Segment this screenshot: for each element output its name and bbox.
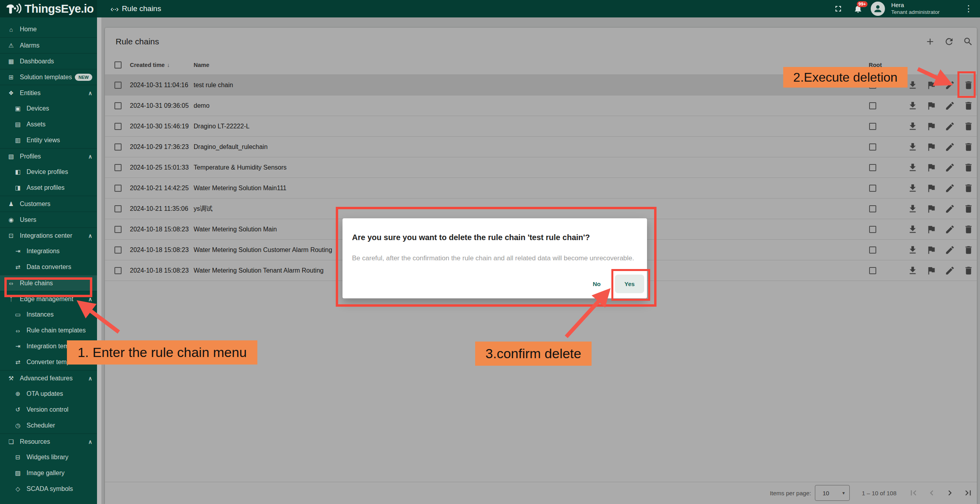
top-bar: ThingsEye.io ‹··› Rule chains 99+ Hera T… <box>0 0 980 17</box>
sidebar-scrollbar[interactable] <box>97 17 101 504</box>
sidebar-item-ota-updates[interactable]: ⊕ OTA updates <box>0 386 97 402</box>
sidebar-item-label: Solution templates <box>20 74 72 81</box>
sidebar-item-label: Customers <box>20 200 50 208</box>
sidebar-item-widgets-library[interactable]: ⊟ Widgets library <box>0 449 97 465</box>
sidebar-item-image-gallery[interactable]: ▨ Image gallery <box>0 465 97 481</box>
sidebar-item-integrations-center[interactable]: ⊡ Integrations center ∧ <box>0 227 97 243</box>
sidebar-item-dashboards[interactable]: ▦ Dashboards <box>0 53 97 69</box>
sidebar-item-label: Assets <box>27 121 46 128</box>
sidebar-item-icon: ⌂ <box>6 26 15 33</box>
sidebar-item-label: Alarms <box>20 42 40 49</box>
notifications-bell-icon[interactable]: 99+ <box>851 2 865 16</box>
logo[interactable]: ThingsEye.io <box>0 0 97 17</box>
sidebar-item-users[interactable]: ◉ Users <box>0 212 97 227</box>
sidebar-item-devices[interactable]: ▣ Devices <box>0 101 97 116</box>
sidebar-item-assets[interactable]: ▤ Assets <box>0 116 97 132</box>
sidebar-item-scheduler[interactable]: ◷ Scheduler <box>0 418 97 433</box>
sidebar-item-label: Scheduler <box>27 422 55 429</box>
sidebar-item-label: SCADA symbols <box>27 485 73 493</box>
sidebar-item-icon: ⇥ <box>13 248 22 255</box>
logo-text: ThingsEye.io <box>25 2 93 15</box>
sidebar-item-customers[interactable]: ♟ Customers <box>0 196 97 212</box>
sidebar-item-icon: ❖ <box>6 90 15 97</box>
sidebar-item-icon: ⊞ <box>6 74 15 81</box>
sidebar-item-icon: ‹·› <box>6 280 15 286</box>
sidebar-item-instances[interactable]: ▭ Instances <box>0 307 97 323</box>
avatar[interactable] <box>871 2 885 16</box>
chevron-up-icon: ∧ <box>88 439 92 445</box>
sidebar-item-label: Integrations center <box>20 232 72 239</box>
sidebar-item-label: Advanced features <box>20 375 72 382</box>
annotation-step2: 2.Execute deletion <box>783 67 908 88</box>
sidebar-item-resources[interactable]: ❏ Resources ∧ <box>0 433 97 449</box>
sidebar-item-icon: ᛉ <box>6 296 15 302</box>
sidebar-item-icon: ♟ <box>6 200 15 208</box>
logo-icon <box>6 2 21 15</box>
chevron-up-icon: ∧ <box>88 90 92 96</box>
sidebar-item-data-converters[interactable]: ⇄ Data converters <box>0 259 97 275</box>
sidebar-item-rule-chain-templates[interactable]: ‹·› Rule chain templates <box>0 323 97 338</box>
sidebar-item-label: Dashboards <box>20 58 54 65</box>
sidebar-item-icon: ⇄ <box>13 359 22 366</box>
sidebar-item-icon: ▣ <box>13 105 22 112</box>
sidebar-item-icon: ⚠ <box>6 42 15 49</box>
sidebar-item-label: Resources <box>20 438 50 445</box>
yes-button[interactable]: Yes <box>615 275 644 293</box>
sidebar-item-icon: ⚒ <box>6 375 15 382</box>
sidebar-item-label: Image gallery <box>27 470 65 477</box>
sidebar-item-integrations[interactable]: ⇥ Integrations <box>0 243 97 259</box>
sidebar-item-label: Profiles <box>20 153 41 160</box>
sidebar-item-icon: ⊟ <box>13 454 22 461</box>
sidebar-item-scada-symbols[interactable]: ◇ SCADA symbols <box>0 481 97 497</box>
sidebar-item-label: Rule chain templates <box>27 327 86 334</box>
sidebar-item-rule-chains[interactable]: ‹·› Rule chains <box>0 275 97 291</box>
annotation-step3: 3.confirm delete <box>475 342 592 366</box>
sidebar-item-entity-views[interactable]: ▥ Entity views <box>0 132 97 148</box>
sidebar-item-icon: ◨ <box>13 184 22 191</box>
sidebar-item-icon: ⇥ <box>13 343 22 350</box>
chevron-up-icon: ∧ <box>88 375 92 382</box>
sidebar-item-asset-profiles[interactable]: ◨ Asset profiles <box>0 180 97 196</box>
sidebar-item-icon: ❏ <box>6 438 15 445</box>
sidebar-item-device-profiles[interactable]: ◧ Device profiles <box>0 164 97 180</box>
user-role: Tenant administrator <box>891 9 940 16</box>
user-info[interactable]: Hera Tenant administrator <box>891 2 940 16</box>
sidebar-item-home[interactable]: ⌂ Home <box>0 21 97 37</box>
sidebar-item-label: Data converters <box>27 263 71 271</box>
dialog-title: Are you sure you want to delete the rule… <box>352 233 590 242</box>
sidebar-item-label: Integrations <box>27 248 60 255</box>
sidebar-item-label: Rule chains <box>20 280 53 287</box>
sidebar-item-icon: ⊡ <box>6 232 15 239</box>
sidebar-nav: ⌂ Home ⚠ Alarms ▦ Dashboards ⊞ Solution … <box>0 17 97 504</box>
no-button[interactable]: No <box>587 277 606 291</box>
sidebar-item-profiles[interactable]: ▧ Profiles ∧ <box>0 148 97 164</box>
sidebar-item-edge-management[interactable]: ᛉ Edge management ∧ <box>0 291 97 307</box>
notification-badge: 99+ <box>857 1 868 7</box>
sidebar-item-advanced-features[interactable]: ⚒ Advanced features ∧ <box>0 370 97 386</box>
sidebar-item-icon: ▥ <box>13 137 22 144</box>
sidebar-item-icon: ▦ <box>6 58 15 65</box>
sidebar-item-solution-templates[interactable]: ⊞ Solution templates NEW <box>0 69 97 85</box>
chevron-up-icon: ∧ <box>88 233 92 239</box>
sidebar-item-icon: ◧ <box>13 168 22 176</box>
kebab-menu-icon[interactable]: ⋮ <box>961 4 976 14</box>
sidebar-item-entities[interactable]: ❖ Entities ∧ <box>0 85 97 101</box>
rule-chain-icon: ‹··› <box>110 4 118 13</box>
breadcrumb-label: Rule chains <box>122 4 161 13</box>
sidebar-item-icon: ‹·› <box>13 327 22 334</box>
sidebar-item-label: Home <box>20 26 37 33</box>
sidebar-item-icon: ◉ <box>6 216 15 223</box>
sidebar-item-label: Asset profiles <box>27 184 65 191</box>
new-badge: NEW <box>75 74 92 81</box>
sidebar-item-version-control[interactable]: ↺ Version control <box>0 402 97 418</box>
sidebar-item-icon: ⇄ <box>13 263 22 271</box>
sidebar-item-label: Widgets library <box>27 454 69 461</box>
sidebar-item-icon: ⊕ <box>13 390 22 397</box>
fullscreen-icon[interactable] <box>831 2 845 16</box>
sidebar-item-label: Instances <box>27 311 53 318</box>
sidebar-item-label: Edge management <box>20 296 73 303</box>
sidebar-item-icon: ◷ <box>13 422 22 429</box>
sidebar-item-alarms[interactable]: ⚠ Alarms <box>0 37 97 53</box>
sidebar-item-icon: ▨ <box>13 470 22 477</box>
sidebar-item-icon: ◇ <box>13 485 22 493</box>
